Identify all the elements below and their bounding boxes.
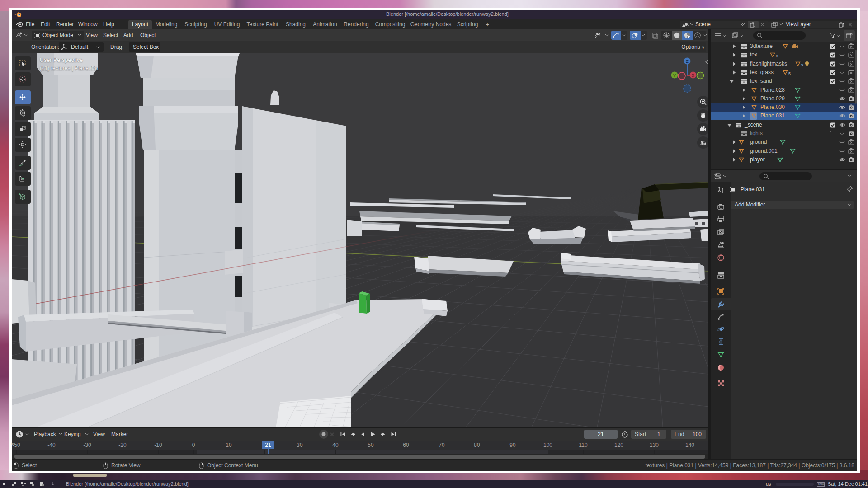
svg-text:Y: Y	[673, 73, 676, 78]
svg-text:X: X	[692, 73, 694, 78]
svg-text:Z: Z	[686, 59, 689, 64]
